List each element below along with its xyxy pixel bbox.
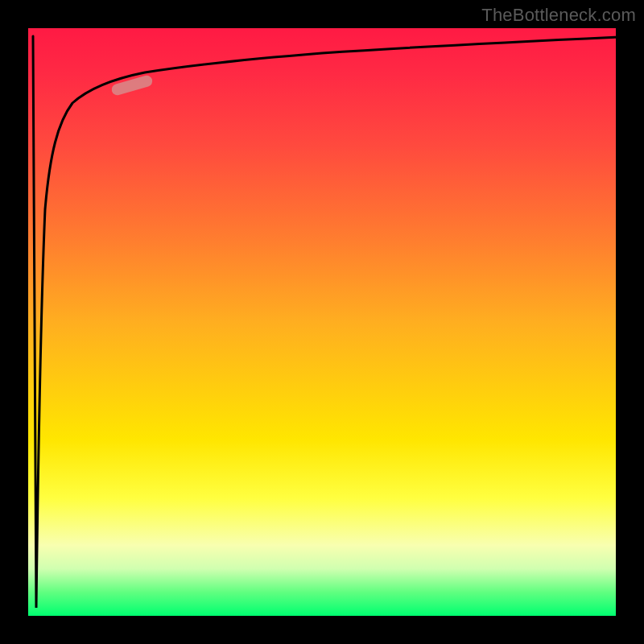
chart-container: TheBottleneck.com <box>0 0 644 644</box>
plot-area <box>28 28 616 616</box>
watermark: TheBottleneck.com <box>481 5 636 26</box>
